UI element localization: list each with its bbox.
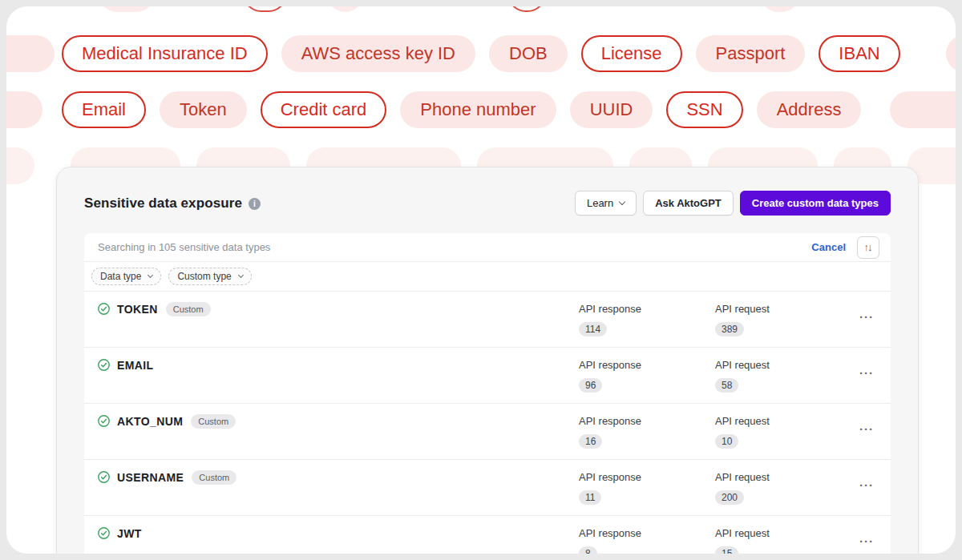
tag-license[interactable]: License — [581, 35, 682, 72]
row-main-cell: EMAIL — [84, 348, 579, 403]
filter-chip-label: Custom type — [177, 271, 231, 282]
tag-ssn[interactable]: SSN — [666, 91, 742, 128]
api-request-label: API request — [715, 527, 851, 540]
api-response-label: API response — [579, 359, 715, 372]
tag-token[interactable]: Token — [160, 91, 247, 128]
table-row-email[interactable]: EMAIL API response 96 API request 58 ··· — [84, 348, 891, 404]
decorative-pill — [6, 147, 34, 184]
overflow-dots-icon: ··· — [859, 478, 874, 492]
chevron-down-icon — [148, 272, 153, 278]
tag-phone-number[interactable]: Phone number — [400, 91, 556, 128]
row-overflow-menu[interactable]: ··· — [851, 404, 891, 459]
check-circle-icon — [98, 359, 110, 371]
tag-passport[interactable]: Passport — [696, 35, 806, 72]
info-icon[interactable]: i — [249, 198, 261, 210]
row-main-cell: JWT — [84, 516, 579, 554]
learn-button[interactable]: Learn — [575, 191, 637, 216]
api-response-cell: API response 114 — [579, 292, 715, 347]
decorative-pill — [327, 6, 363, 12]
filter-chip-custom-type[interactable]: Custom type — [168, 268, 251, 285]
row-main-cell: TOKEN Custom — [84, 292, 579, 347]
row-main-cell: USERNAME Custom — [84, 460, 579, 515]
api-response-count: 96 — [579, 378, 602, 393]
api-request-cell: API request 58 — [715, 348, 851, 403]
chevron-down-icon — [619, 198, 625, 204]
sort-icon: ↑↓ — [864, 241, 871, 253]
table-row-jwt[interactable]: JWT API response 8 API request 15 ··· — [84, 516, 891, 554]
api-request-count: 58 — [715, 378, 738, 393]
tag-row-2: Email Token Credit card Phone number UUI… — [6, 91, 956, 128]
api-response-label: API response — [579, 471, 715, 484]
api-request-count: 200 — [715, 490, 744, 505]
cancel-button[interactable]: Cancel — [811, 241, 846, 253]
tag-uuid[interactable]: UUID — [570, 91, 653, 128]
filter-row: Data type Custom type — [84, 262, 891, 292]
table-row-token[interactable]: TOKEN Custom API response 114 API reques… — [84, 292, 891, 348]
api-request-count: 10 — [715, 434, 738, 449]
custom-badge: Custom — [191, 414, 236, 429]
decorative-pill — [6, 91, 42, 128]
learn-button-label: Learn — [587, 197, 613, 209]
tag-iban[interactable]: IBAN — [819, 35, 899, 72]
tag-medical-insurance-id[interactable]: Medical Insurance ID — [62, 35, 268, 72]
decorative-pill — [946, 35, 956, 72]
api-response-count: 16 — [579, 434, 602, 449]
card-actions: Learn Ask AktoGPT Create custom data typ… — [575, 191, 891, 216]
row-overflow-menu[interactable]: ··· — [851, 348, 891, 403]
api-request-cell: API request 10 — [715, 404, 851, 459]
row-overflow-menu[interactable]: ··· — [851, 292, 891, 347]
card-title-wrap: Sensitive data exposure i — [84, 195, 261, 212]
check-circle-icon — [98, 527, 110, 539]
row-overflow-menu[interactable]: ··· — [851, 460, 891, 515]
tag-aws-access-key-id[interactable]: AWS access key ID — [281, 35, 475, 72]
check-circle-icon — [98, 471, 110, 483]
tag-dob[interactable]: DOB — [489, 35, 568, 72]
api-response-cell: API response 96 — [579, 348, 715, 403]
tag-label: Medical Insurance ID — [82, 43, 248, 64]
tag-label: AWS access key ID — [301, 43, 455, 64]
api-request-cell: API request 200 — [715, 460, 851, 515]
table-row-akto-num[interactable]: AKTO_NUM Custom API response 16 API requ… — [84, 404, 891, 460]
sort-button[interactable]: ↑↓ — [857, 236, 879, 259]
decorative-pill — [890, 91, 956, 128]
search-row: Searching in 105 sensitive data types Ca… — [84, 233, 891, 262]
api-request-cell: API request 15 — [715, 516, 851, 554]
tag-label: IBAN — [839, 43, 879, 64]
create-custom-data-types-button[interactable]: Create custom data types — [740, 191, 891, 216]
page-content: Medical Insurance ID AWS access key ID D… — [6, 6, 956, 554]
row-main-cell: AKTO_NUM Custom — [84, 404, 579, 459]
tag-email[interactable]: Email — [62, 91, 146, 128]
data-type-name: EMAIL — [117, 359, 154, 372]
check-circle-icon — [98, 303, 110, 315]
tag-label: SSN — [686, 99, 722, 120]
api-response-label: API response — [579, 527, 715, 540]
overflow-dots-icon: ··· — [859, 310, 874, 324]
table-row-username[interactable]: USERNAME Custom API response 11 API requ… — [84, 460, 891, 516]
tag-address[interactable]: Address — [757, 91, 862, 128]
filter-chip-label: Data type — [100, 271, 141, 282]
tag-credit-card[interactable]: Credit card — [261, 91, 387, 128]
sensitive-data-card: Sensitive data exposure i Learn Ask Akto… — [56, 167, 919, 554]
api-request-label: API request — [715, 415, 851, 428]
search-status-text: Searching in 105 sensitive data types — [98, 241, 811, 253]
row-overflow-menu[interactable]: ··· — [851, 516, 891, 554]
decorative-pill — [243, 6, 287, 12]
tag-label: UUID — [590, 99, 633, 120]
decorative-pill — [507, 6, 546, 12]
filter-chip-data-type[interactable]: Data type — [91, 268, 161, 285]
data-type-name: USERNAME — [117, 471, 184, 484]
tag-label: DOB — [509, 43, 548, 64]
data-types-panel: Searching in 105 sensitive data types Ca… — [84, 233, 891, 554]
decorative-pill — [6, 35, 55, 72]
data-type-name: AKTO_NUM — [117, 415, 183, 428]
api-response-cell: API response 8 — [579, 516, 715, 554]
tag-label: Token — [180, 99, 227, 120]
custom-badge: Custom — [192, 470, 236, 485]
data-type-name: TOKEN — [117, 303, 158, 316]
tag-label: License — [601, 43, 662, 64]
api-request-label: API request — [715, 471, 851, 484]
api-response-label: API response — [579, 303, 715, 316]
chevron-down-icon — [238, 272, 244, 278]
decorative-pill — [99, 6, 155, 12]
ask-aktogpt-button[interactable]: Ask AktoGPT — [643, 191, 734, 216]
